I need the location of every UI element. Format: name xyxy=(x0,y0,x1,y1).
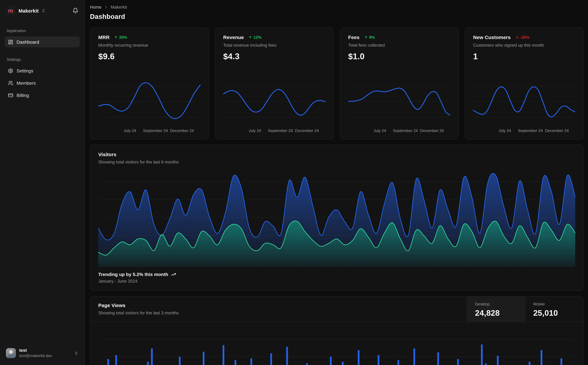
trend-badge: 9% xyxy=(364,35,375,40)
desktop-label: Desktop xyxy=(475,302,525,306)
stat-card-new-customers: New Customers -25% Customers who signed … xyxy=(465,28,584,139)
visitors-date-range: January - June 2024 xyxy=(98,279,575,284)
sidebar-item-label: Billing xyxy=(17,92,29,98)
visitors-card: Visitors Showing total visitors for the … xyxy=(90,145,583,291)
chevrons-up-down-icon xyxy=(41,8,46,13)
user-email: test@makerkit.dev xyxy=(19,353,52,358)
users-icon xyxy=(8,80,13,85)
chevrons-up-down-icon xyxy=(74,351,78,355)
page-title: Dashboard xyxy=(90,13,583,21)
gear-icon xyxy=(8,68,13,73)
sidebar-item-dashboard[interactable]: Dashboard xyxy=(5,36,80,47)
app-window: m Makerkit Application Dashboard Setting… xyxy=(0,0,588,365)
x-axis-labels: July 24 September 24 December 24 xyxy=(348,128,450,134)
trend-badge: 12% xyxy=(249,35,262,40)
main-content: Home Makerkit Dashboard MRR 20% Monthly … xyxy=(85,0,588,365)
layout-dashboard-icon xyxy=(8,39,13,44)
mrr-sparkline-chart xyxy=(98,79,201,124)
visitors-footer: Trending up by 5.2% this month xyxy=(98,272,575,277)
sidebar-item-label: Members xyxy=(17,80,36,85)
breadcrumb-current: Makerkit xyxy=(111,5,127,10)
sidebar-item-members[interactable]: Members xyxy=(5,77,80,88)
stat-value: $1.0 xyxy=(348,52,450,61)
notifications-bell-icon[interactable] xyxy=(72,8,78,14)
visitors-subtitle: Showing total visitors for the last 6 mo… xyxy=(98,160,575,164)
arrow-up-icon xyxy=(364,35,368,39)
stat-value: 1 xyxy=(473,52,575,61)
breadcrumb-home-link[interactable]: Home xyxy=(90,5,101,10)
breadcrumb: Home Makerkit xyxy=(90,5,583,10)
nav-section-label: Application xyxy=(7,28,78,33)
user-menu-button[interactable]: test test@makerkit.dev xyxy=(3,344,81,362)
page-views-subtitle: Showing total visitors for the last 3 mo… xyxy=(98,310,459,315)
logo-letter: m xyxy=(8,8,13,14)
page-views-card: Page Views Showing total visitors for th… xyxy=(90,296,583,365)
nav-section-label: Settings xyxy=(7,57,78,62)
user-name: test xyxy=(19,348,52,353)
stat-card-revenue: Revenue 12% Total revenue including fees… xyxy=(215,28,334,139)
stat-title: Fees xyxy=(348,35,360,40)
stat-subtitle: Total fees collected xyxy=(348,43,450,48)
arrow-up-icon xyxy=(114,35,118,39)
stat-subtitle: Customers who signed up this month xyxy=(473,43,575,48)
chevron-right-icon xyxy=(104,5,108,9)
makerkit-logo: m xyxy=(6,6,15,15)
sidebar-item-settings[interactable]: Settings xyxy=(5,65,80,76)
mobile-label: Mobile xyxy=(533,302,583,306)
sidebar: m Makerkit Application Dashboard Setting… xyxy=(0,0,85,365)
arrow-down-icon xyxy=(515,35,519,39)
sidebar-item-label: Dashboard xyxy=(17,39,39,44)
stat-cards-row: MRR 20% Monthly recurring revenue $9.6 J… xyxy=(90,28,583,139)
stat-subtitle: Total revenue including fees xyxy=(223,43,325,48)
workspace-name: Makerkit xyxy=(19,8,39,14)
arrow-up-icon xyxy=(249,35,252,39)
sidebar-item-billing[interactable]: Billing xyxy=(5,90,80,101)
toggle-desktop[interactable]: Desktop 24,828 xyxy=(467,296,525,322)
visitors-area-chart xyxy=(98,169,575,267)
new-customers-sparkline-chart xyxy=(473,79,575,124)
page-views-title: Page Views xyxy=(98,302,459,308)
x-axis-labels: July 24 September 24 December 24 xyxy=(473,128,575,134)
trend-badge: 20% xyxy=(114,35,127,40)
mobile-value: 25,010 xyxy=(533,309,583,318)
desktop-value: 24,828 xyxy=(475,309,525,318)
trending-up-icon xyxy=(171,272,176,277)
fees-sparkline-chart xyxy=(348,79,450,124)
workspace-switcher[interactable]: m Makerkit xyxy=(5,4,80,17)
trend-badge: -25% xyxy=(515,35,529,40)
x-axis-labels: July 24 September 24 December 24 xyxy=(223,128,325,134)
avatar xyxy=(6,348,16,358)
visitors-title: Visitors xyxy=(98,152,575,157)
stat-subtitle: Monthly recurring revenue xyxy=(98,43,201,48)
stat-card-mrr: MRR 20% Monthly recurring revenue $9.6 J… xyxy=(90,28,209,139)
stat-value: $4.3 xyxy=(223,52,325,61)
toggle-mobile[interactable]: Mobile 25,010 xyxy=(525,296,583,322)
x-axis-labels: July 24 September 24 December 24 xyxy=(98,128,201,134)
credit-card-icon xyxy=(8,92,13,98)
revenue-sparkline-chart xyxy=(223,79,325,124)
stat-title: New Customers xyxy=(473,35,511,40)
page-views-bar-chart xyxy=(98,322,575,365)
sidebar-item-label: Settings xyxy=(17,68,33,73)
stat-title: Revenue xyxy=(223,35,244,40)
stat-title: MRR xyxy=(98,35,110,40)
stat-card-fees: Fees 9% Total fees collected $1.0 July 2… xyxy=(340,28,459,139)
stat-value: $9.6 xyxy=(98,52,201,61)
